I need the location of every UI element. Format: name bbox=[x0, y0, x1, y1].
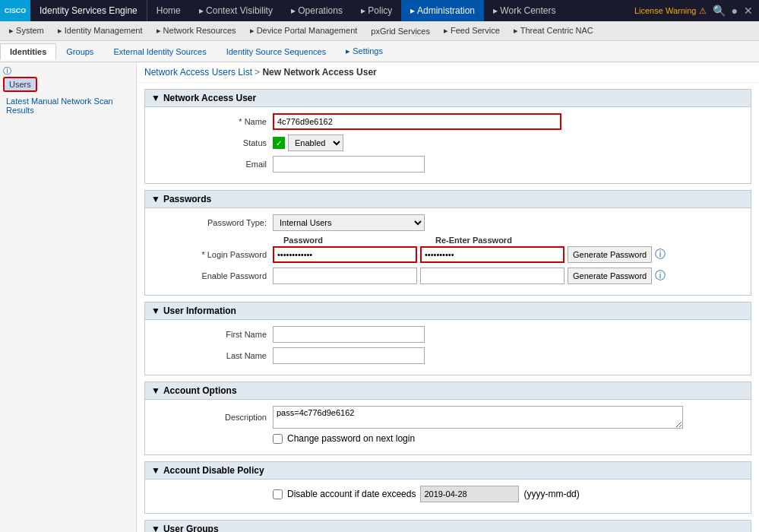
password-type-row: Password Type: Internal Users External bbox=[151, 214, 745, 231]
disable-account-checkbox-row: Disable account if date exceeds (yyyy-mm… bbox=[273, 486, 580, 502]
login-password-row: * Login Password Generate Password ⓘ bbox=[151, 246, 745, 263]
enable-password-label: Enable Password bbox=[151, 271, 273, 280]
license-warning[interactable]: License Warning ⚠ bbox=[634, 6, 707, 16]
nav-context-visibility[interactable]: ▸ Context Visibility bbox=[190, 0, 282, 21]
help-icon[interactable]: ● bbox=[732, 5, 738, 17]
breadcrumb-list-link[interactable]: Network Access Users List bbox=[144, 67, 252, 78]
nav-right-icons: License Warning ⚠ 🔍 ● ✕ bbox=[628, 5, 759, 17]
subnav-feed-service[interactable]: ▸ Feed Service bbox=[438, 24, 506, 37]
section-title-account-options: Account Options bbox=[163, 385, 237, 396]
first-name-input[interactable] bbox=[273, 326, 425, 343]
enable-reenter-password-input[interactable] bbox=[420, 268, 565, 284]
section-user-information: ▼ User Information First Name Last Name bbox=[144, 302, 751, 375]
section-content-account-disable-policy: Disable account if date exceeds (yyyy-mm… bbox=[144, 480, 751, 514]
section-header-account-disable-policy[interactable]: ▼ Account Disable Policy bbox=[144, 461, 751, 480]
last-name-row: Last Name bbox=[151, 347, 745, 364]
change-password-label: Change password on next login bbox=[287, 433, 415, 444]
email-input[interactable] bbox=[273, 156, 425, 173]
nav-administration[interactable]: ▸ Administration bbox=[401, 0, 484, 21]
sidebar-info-icon[interactable]: ⓘ bbox=[3, 66, 11, 75]
section-passwords: ▼ Passwords Password Type: Internal User… bbox=[144, 190, 751, 296]
status-checkbox[interactable]: ✓ bbox=[273, 137, 285, 149]
email-row: Email bbox=[151, 156, 745, 173]
enable-password-input[interactable] bbox=[273, 268, 417, 284]
subnav-system[interactable]: ▸ System bbox=[3, 24, 50, 37]
change-password-checkbox-row: Change password on next login bbox=[273, 433, 415, 444]
tab-external-identity-sources[interactable]: External Identity Sources bbox=[103, 43, 216, 60]
email-label: Email bbox=[151, 160, 273, 169]
last-name-input[interactable] bbox=[273, 347, 425, 364]
tab-identity-source-sequences[interactable]: Identity Source Sequences bbox=[217, 43, 336, 60]
name-row: * Name bbox=[151, 113, 745, 130]
login-password-label: * Login Password bbox=[151, 250, 273, 259]
password-type-label: Password Type: bbox=[151, 218, 273, 227]
password-type-select[interactable]: Internal Users External bbox=[273, 214, 425, 231]
section-title-passwords: Passwords bbox=[163, 194, 211, 204]
section-title-user-groups: User Groups bbox=[163, 524, 219, 532]
nav-policy[interactable]: ▸ Policy bbox=[352, 0, 401, 21]
main-layout: ⓘ Users Latest Manual Network Scan Resul… bbox=[0, 62, 759, 532]
content-area: Network Access Users List > New Network … bbox=[137, 62, 759, 532]
login-generate-password-button[interactable]: Generate Password bbox=[568, 246, 652, 263]
name-label: * Name bbox=[151, 117, 273, 126]
nav-items: Home ▸ Context Visibility ▸ Operations ▸… bbox=[147, 0, 628, 21]
password-headers: Password Re-Enter Password bbox=[280, 236, 745, 245]
reenter-password-col-header: Re-Enter Password bbox=[432, 236, 584, 245]
cisco-logo: CISCO bbox=[0, 0, 30, 21]
subnav-device-portal[interactable]: ▸ Device Portal Management bbox=[244, 24, 364, 37]
sidebar: ⓘ Users Latest Manual Network Scan Resul… bbox=[0, 62, 137, 532]
subnav-threat-centric[interactable]: ▸ Threat Centric NAC bbox=[508, 24, 599, 37]
sidebar-item-users[interactable]: Users bbox=[3, 77, 37, 92]
disable-account-row: Disable account if date exceeds (yyyy-mm… bbox=[151, 486, 745, 502]
search-icon[interactable]: 🔍 bbox=[713, 5, 726, 17]
change-password-checkbox[interactable] bbox=[273, 434, 283, 444]
sub-navigation: ▸ System ▸ Identity Management ▸ Network… bbox=[0, 21, 759, 41]
login-password-input[interactable] bbox=[273, 246, 417, 263]
section-content-network-access-user: * Name Status ✓ Enabled Disabled bbox=[144, 107, 751, 184]
section-account-options: ▼ Account Options Description pass=4c776… bbox=[144, 382, 751, 455]
status-select[interactable]: Enabled Disabled bbox=[288, 135, 343, 151]
section-content-passwords: Password Type: Internal Users External P… bbox=[144, 208, 751, 296]
passwords-collapse-arrow: ▼ bbox=[151, 194, 160, 204]
enable-password-info-icon[interactable]: ⓘ bbox=[655, 269, 666, 283]
tab-settings[interactable]: ▸ Settings bbox=[336, 43, 393, 60]
user-groups-collapse-arrow: ▼ bbox=[151, 524, 160, 532]
login-password-info-icon[interactable]: ⓘ bbox=[655, 248, 666, 261]
close-icon[interactable]: ✕ bbox=[744, 5, 753, 17]
section-header-account-options[interactable]: ▼ Account Options bbox=[144, 382, 751, 400]
enable-generate-password-button[interactable]: Generate Password bbox=[568, 268, 652, 284]
breadcrumb-separator: > bbox=[255, 67, 262, 78]
description-textarea[interactable]: pass=4c776d9e6162 bbox=[273, 406, 683, 429]
first-name-label: First Name bbox=[151, 330, 273, 339]
disable-date-input[interactable] bbox=[420, 486, 519, 502]
last-name-label: Last Name bbox=[151, 351, 273, 360]
subnav-pxgrid[interactable]: pxGrid Services bbox=[365, 25, 436, 37]
subnav-network-resources[interactable]: ▸ Network Resources bbox=[150, 24, 242, 37]
section-header-network-access-user[interactable]: ▼ Network Access User bbox=[144, 89, 751, 107]
section-header-passwords[interactable]: ▼ Passwords bbox=[144, 190, 751, 208]
section-header-user-groups[interactable]: ▼ User Groups bbox=[144, 520, 751, 532]
status-row: Status ✓ Enabled Disabled bbox=[151, 135, 745, 151]
password-col-header: Password bbox=[280, 236, 432, 245]
disable-account-checkbox[interactable] bbox=[273, 489, 283, 499]
section-network-access-user: ▼ Network Access User * Name Status ✓ En… bbox=[144, 89, 751, 184]
first-name-row: First Name bbox=[151, 326, 745, 343]
top-navigation: CISCO Identity Services Engine Home ▸ Co… bbox=[0, 0, 759, 21]
name-input[interactable] bbox=[273, 113, 561, 130]
product-name: Identity Services Engine bbox=[30, 0, 147, 21]
sidebar-link-scan-results[interactable]: Latest Manual Network Scan Results bbox=[3, 95, 133, 116]
nav-work-centers[interactable]: ▸ Work Centers bbox=[484, 0, 565, 21]
sidebar-section-users: Users bbox=[3, 77, 133, 92]
account-options-collapse-arrow: ▼ bbox=[151, 385, 160, 396]
subnav-identity-management[interactable]: ▸ Identity Management bbox=[52, 24, 149, 37]
section-header-user-information[interactable]: ▼ User Information bbox=[144, 302, 751, 320]
nav-home[interactable]: Home bbox=[147, 0, 190, 21]
change-password-row: Change password on next login bbox=[151, 433, 745, 444]
section-content-account-options: Description pass=4c776d9e6162 Change pas… bbox=[144, 400, 751, 455]
section-title-network-access-user: Network Access User bbox=[163, 93, 256, 103]
login-reenter-password-input[interactable] bbox=[420, 246, 565, 263]
tab-bar: Identities Groups External Identity Sour… bbox=[0, 41, 759, 62]
tab-identities[interactable]: Identities bbox=[0, 43, 56, 60]
tab-groups[interactable]: Groups bbox=[56, 43, 103, 60]
nav-operations[interactable]: ▸ Operations bbox=[282, 0, 352, 21]
